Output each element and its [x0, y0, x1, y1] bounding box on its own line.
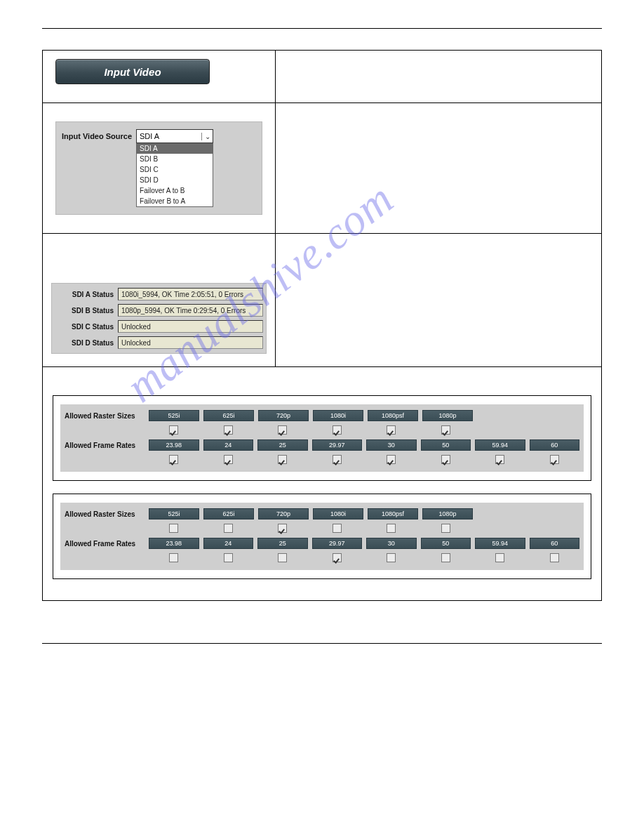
checkbox[interactable]: [333, 425, 342, 435]
checkbox[interactable]: [169, 524, 178, 533]
chevron-down-icon: ⌄: [201, 133, 213, 140]
checkbox[interactable]: [495, 553, 504, 562]
column-header: 23.98: [149, 439, 199, 451]
frame-label-2: Allowed Frame Rates: [65, 540, 149, 548]
column-header: 23.98: [149, 538, 199, 549]
checkbox[interactable]: [278, 425, 287, 435]
checkbox[interactable]: [387, 455, 396, 464]
sdi-b-status-value: 1080p_5994, OK Time 0:29:54, 0 Errors: [118, 304, 263, 317]
column-header: 1080i: [313, 508, 363, 519]
sdi-d-status-label: SDI D Status: [55, 339, 118, 347]
checkbox[interactable]: [550, 455, 559, 464]
column-header: 1080p: [422, 410, 473, 421]
checkbox[interactable]: [224, 455, 233, 464]
option-sdi-c[interactable]: SDI C: [137, 164, 213, 175]
input-video-source-select[interactable]: SDI A ⌄: [136, 129, 213, 143]
raster-label-1: Allowed Raster Sizes: [65, 412, 149, 420]
column-header: 625i: [203, 410, 254, 421]
column-header: 24: [203, 439, 254, 451]
column-header: 24: [203, 538, 254, 549]
option-sdi-a[interactable]: SDI A: [137, 143, 213, 154]
column-header: 29.97: [312, 538, 363, 549]
column-header: 60: [530, 439, 580, 451]
option-sdi-b[interactable]: SDI B: [137, 154, 213, 164]
input-video-source-label: Input Video Source: [62, 129, 132, 140]
checkbox[interactable]: [169, 425, 178, 435]
column-header: 29.97: [312, 439, 363, 451]
column-header: 25: [257, 538, 308, 549]
column-header: 525i: [149, 410, 199, 421]
checkbox[interactable]: [441, 524, 450, 533]
column-header: 1080psf: [368, 410, 418, 421]
column-header: 50: [421, 439, 471, 451]
checkbox[interactable]: [387, 425, 396, 435]
frame-label-1: Allowed Frame Rates: [65, 442, 149, 449]
column-header: 59.94: [475, 538, 525, 549]
checkbox[interactable]: [224, 425, 233, 435]
raster-label-2: Allowed Raster Sizes: [65, 510, 149, 518]
column-header: 1080psf: [368, 508, 418, 519]
input-video-source-panel: Input Video Source SDI A ⌄ SDI A SDI B S…: [55, 121, 262, 215]
checkbox[interactable]: [550, 553, 559, 562]
column-header: 720p: [258, 410, 309, 421]
checkbox[interactable]: [387, 553, 396, 562]
main-content: Input Video Input Video Source SDI A ⌄: [42, 50, 602, 601]
checkbox[interactable]: [169, 455, 178, 464]
sdi-d-status-value: Unlocked: [118, 336, 263, 349]
checkbox[interactable]: [278, 524, 287, 533]
checkbox[interactable]: [333, 553, 342, 562]
allowed-matrix-2: Allowed Raster Sizes 525i625i720p1080i10…: [53, 494, 591, 579]
allowed-matrix-1: Allowed Raster Sizes 525i625i720p1080i10…: [53, 395, 591, 481]
column-header: 30: [366, 538, 417, 549]
checkbox[interactable]: [278, 455, 287, 464]
column-header: 1080i: [313, 410, 363, 421]
column-header: 1080p: [422, 508, 473, 519]
column-header: 625i: [203, 508, 254, 519]
sdi-c-status-value: Unlocked: [118, 320, 263, 333]
option-failover-b-to-a[interactable]: Failover B to A: [137, 196, 213, 206]
column-header: 59.94: [475, 439, 525, 451]
checkbox[interactable]: [333, 455, 342, 464]
sdi-b-status-label: SDI B Status: [55, 307, 118, 315]
checkbox[interactable]: [224, 524, 233, 533]
option-sdi-d[interactable]: SDI D: [137, 175, 213, 185]
column-header: 30: [366, 439, 417, 451]
column-header: 525i: [149, 508, 199, 519]
option-failover-a-to-b[interactable]: Failover A to B: [137, 185, 213, 196]
checkbox[interactable]: [387, 524, 396, 533]
input-video-source-options: SDI A SDI B SDI C SDI D Failover A to B …: [136, 143, 213, 207]
checkbox[interactable]: [278, 553, 287, 562]
tab-title: Input Video: [104, 66, 161, 78]
checkbox[interactable]: [333, 524, 342, 533]
sdi-a-status-value: 1080i_5994, OK Time 2:05:51, 0 Errors: [118, 288, 263, 300]
checkbox[interactable]: [169, 553, 178, 562]
checkbox[interactable]: [441, 553, 450, 562]
sdi-status-panel: SDI A Status 1080i_5994, OK Time 2:05:51…: [51, 283, 267, 354]
sdi-c-status-label: SDI C Status: [55, 323, 118, 331]
column-header: 60: [530, 538, 580, 549]
column-header: 720p: [258, 508, 309, 519]
checkbox[interactable]: [441, 425, 450, 435]
checkbox[interactable]: [441, 455, 450, 464]
sdi-a-status-label: SDI A Status: [55, 291, 118, 298]
checkbox[interactable]: [495, 455, 504, 464]
column-header: 50: [421, 538, 471, 549]
input-video-tab[interactable]: Input Video: [55, 59, 210, 84]
column-header: 25: [257, 439, 308, 451]
checkbox[interactable]: [224, 553, 233, 562]
select-value: SDI A: [140, 132, 159, 140]
